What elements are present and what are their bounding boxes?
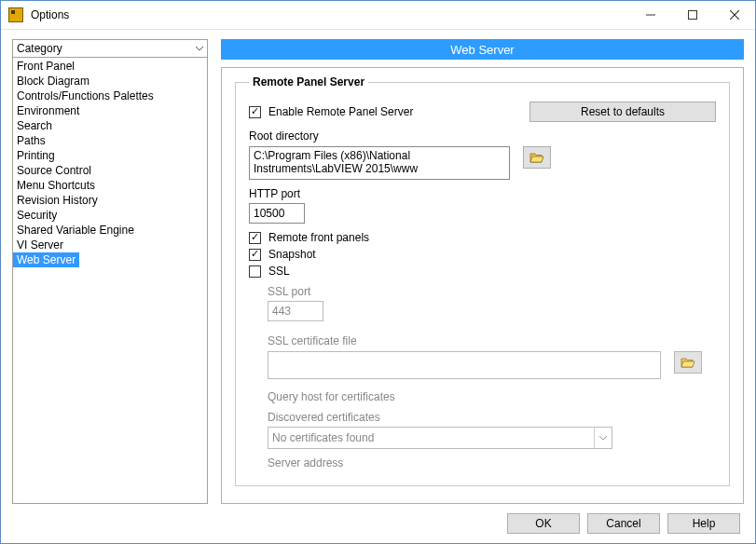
svg-rect-1	[688, 11, 696, 20]
minimize-icon	[646, 10, 655, 20]
ssl-label: SSL	[268, 265, 290, 278]
folder-icon	[529, 152, 544, 164]
titlebar: Options	[1, 1, 755, 30]
group-title: Remote Panel Server	[249, 75, 368, 88]
window-controls	[629, 1, 755, 29]
folder-icon	[680, 357, 695, 369]
server-address-label: Server address	[268, 456, 716, 469]
close-icon	[730, 10, 739, 20]
category-item[interactable]: Menu Shortcuts	[13, 179, 99, 192]
app-icon	[8, 7, 23, 22]
category-label: Category	[13, 42, 62, 55]
window-title: Options	[31, 8, 629, 21]
discovered-certs-combo: No certificates found	[268, 427, 612, 449]
discovered-certs-label: Discovered certificates	[268, 411, 716, 424]
ssl-cert-file-input	[268, 351, 661, 379]
category-item[interactable]: Printing	[13, 149, 59, 162]
category-list[interactable]: Front PanelBlock DiagramControls/Functio…	[12, 57, 208, 504]
ssl-checkbox[interactable]	[249, 265, 261, 278]
remote-panel-server-group: Remote Panel Server Enable Remote Panel …	[235, 75, 730, 486]
remote-front-panels-row[interactable]: Remote front panels	[249, 231, 716, 244]
reset-to-defaults-button[interactable]: Reset to defaults	[529, 102, 716, 122]
category-item[interactable]: Web Server	[13, 252, 79, 267]
dialog-footer: OK Cancel Help	[12, 504, 744, 536]
category-item[interactable]: Revision History	[13, 194, 102, 207]
columns: Category Front PanelBlock DiagramControl…	[12, 39, 744, 504]
chevron-down-icon	[191, 40, 207, 57]
category-item[interactable]: Source Control	[13, 164, 95, 177]
close-button[interactable]	[713, 1, 755, 29]
enable-remote-panel-label: Enable Remote Panel Server	[268, 105, 413, 118]
discovered-certs-value: No certificates found	[272, 431, 374, 444]
ssl-row[interactable]: SSL	[249, 265, 716, 278]
category-item[interactable]: Environment	[13, 104, 83, 117]
category-item[interactable]: VI Server	[13, 238, 67, 252]
category-item[interactable]: Paths	[13, 134, 49, 147]
cancel-button[interactable]: Cancel	[587, 513, 660, 534]
browse-root-dir-button[interactable]	[523, 146, 551, 169]
ssl-port-label: SSL port	[268, 285, 716, 298]
category-item[interactable]: Controls/Functions Palettes	[13, 89, 158, 102]
snapshot-row[interactable]: Snapshot	[249, 248, 716, 261]
minimize-button[interactable]	[629, 1, 671, 29]
body-area: Category Front PanelBlock DiagramControl…	[1, 30, 755, 543]
enable-remote-panel-checkbox[interactable]	[249, 106, 261, 118]
options-window: Options Category Front PanelBl	[0, 0, 756, 544]
browse-ssl-cert-button	[674, 351, 702, 374]
maximize-icon	[688, 10, 697, 20]
category-item[interactable]: Block Diagram	[13, 75, 93, 88]
pane-title: Web Server	[221, 39, 744, 60]
category-panel: Category Front PanelBlock DiagramControl…	[12, 39, 208, 504]
root-directory-input[interactable]	[249, 146, 510, 180]
snapshot-label: Snapshot	[268, 248, 316, 261]
root-directory-label: Root directory	[249, 129, 716, 143]
snapshot-checkbox[interactable]	[249, 249, 261, 261]
ok-button[interactable]: OK	[507, 513, 580, 534]
http-port-input[interactable]	[249, 203, 305, 224]
chevron-down-icon	[594, 428, 612, 448]
category-item[interactable]: Front Panel	[13, 60, 78, 73]
ssl-sub-section: SSL port SSL certificate file	[268, 285, 716, 469]
remote-front-panels-label: Remote front panels	[268, 231, 369, 244]
category-dropdown-header[interactable]: Category	[12, 39, 208, 57]
right-pane: Web Server Remote Panel Server Enable Re…	[221, 39, 744, 504]
category-item[interactable]: Shared Variable Engine	[13, 224, 138, 237]
pane-content[interactable]: Remote Panel Server Enable Remote Panel …	[221, 67, 744, 504]
help-button[interactable]: Help	[667, 513, 740, 534]
ssl-port-input	[268, 301, 323, 321]
query-host-label: Query host for certificates	[268, 390, 716, 403]
maximize-button[interactable]	[671, 1, 713, 29]
remote-front-panels-checkbox[interactable]	[249, 232, 261, 244]
enable-remote-panel-row[interactable]: Enable Remote Panel Server	[249, 105, 413, 118]
category-item[interactable]: Security	[13, 209, 61, 222]
ssl-cert-file-label: SSL certificate file	[268, 334, 716, 347]
category-item[interactable]: Search	[13, 119, 56, 132]
http-port-label: HTTP port	[249, 187, 716, 200]
